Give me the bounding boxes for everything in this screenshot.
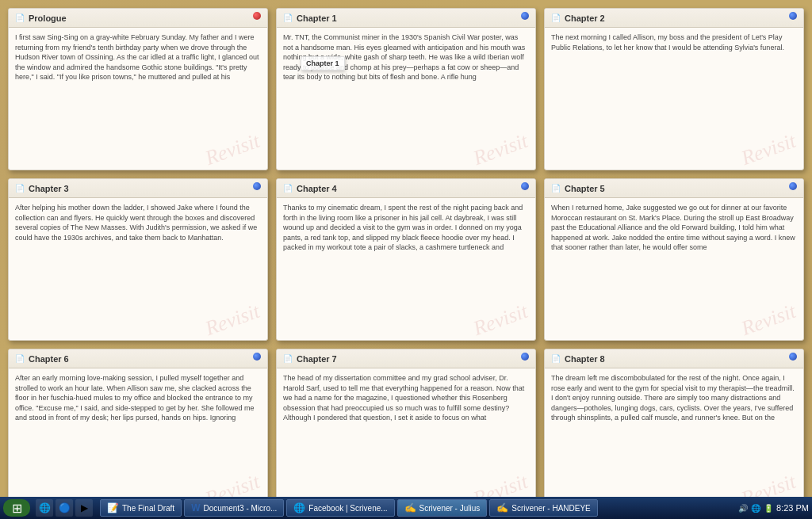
tray-icon-3: 🔋 [764, 504, 773, 513]
word-icon: W [191, 502, 200, 513]
card-title-chapter7: Chapter 7 [297, 354, 529, 364]
taskbar-word[interactable]: W Document3 - Micro... [184, 499, 284, 517]
tray-icon-1: 🔊 [738, 504, 748, 513]
card-body-chapter3: After helping his mother down the ladder… [9, 198, 267, 340]
card-doc-icon: 📄 [551, 13, 561, 22]
taskbar-scrivener-julius[interactable]: ✍ Scrivener - Julius [397, 499, 488, 517]
card-pin-prologue [253, 12, 261, 20]
card-header-chapter5: 📄 Chapter 5 [545, 179, 803, 198]
quicklaunch-chrome[interactable]: 🔵 [56, 499, 73, 517]
card-body-chapter6: After an early morning love-making sessi… [9, 368, 267, 510]
card-title-chapter4: Chapter 4 [297, 184, 529, 193]
corkboard: 📄 Prologue I first saw Sing-Sing on a gr… [0, 0, 812, 519]
card-chapter1[interactable]: 📄 Chapter 1 Mr. TNT, the Communist miner… [276, 8, 536, 170]
card-header-chapter1: 📄 Chapter 1 [277, 9, 535, 28]
taskbar-final-draft[interactable]: 📝 The Final Draft [100, 499, 182, 517]
card-overlap-chapter1: Chapter 1 [301, 56, 345, 71]
start-button[interactable]: ⊞ [3, 499, 30, 517]
card-title-chapter3: Chapter 3 [29, 184, 261, 193]
card-header-chapter7: 📄 Chapter 7 [277, 349, 535, 368]
card-doc-icon: 📄 [283, 13, 293, 22]
card-header-chapter8: 📄 Chapter 8 [545, 349, 803, 368]
card-doc-icon: 📄 [283, 184, 293, 193]
start-icon: ⊞ [12, 501, 22, 516]
browser-icon: 🌐 [293, 502, 305, 513]
card-doc-icon: 📄 [15, 184, 25, 193]
card-body-prologue: I first saw Sing-Sing on a gray-white Fe… [9, 28, 267, 170]
quicklaunch-ie[interactable]: 🌐 [36, 499, 53, 517]
card-title-chapter2: Chapter 2 [565, 13, 797, 23]
main-area: ▼ Julius October 2010 ▼ Part One 📄 Prolo… [0, 90, 812, 497]
card-header-chapter3: 📄 Chapter 3 [9, 179, 267, 198]
card-body-chapter8: The dream left me discombobulated for th… [545, 368, 803, 510]
final-draft-icon: 📝 [107, 502, 119, 513]
card-chapter3[interactable]: 📄 Chapter 3 After helping his mother dow… [8, 178, 268, 341]
card-header-chapter6: 📄 Chapter 6 [9, 349, 267, 368]
card-body-chapter2: The next morning I called Allison, my bo… [545, 28, 803, 170]
scrivener-icon: ✍ [404, 502, 416, 513]
card-pin-chapter1 [521, 12, 529, 20]
card-pin-chapter3 [253, 182, 261, 190]
card-doc-icon: 📄 [15, 13, 25, 22]
card-chapter7[interactable]: 📄 Chapter 7 The head of my dissertation … [276, 349, 536, 511]
taskbar-facebook[interactable]: 🌐 Facebook | Scrivene... [286, 499, 394, 517]
card-chapter6[interactable]: 📄 Chapter 6 After an early morning love-… [8, 349, 268, 511]
card-header-chapter2: 📄 Chapter 2 [545, 9, 803, 28]
card-chapter2[interactable]: 📄 Chapter 2 The next morning I called Al… [544, 8, 804, 170]
card-doc-icon: 📄 [551, 354, 561, 363]
card-pin-chapter2 [789, 12, 797, 20]
card-doc-icon: 📄 [551, 184, 561, 193]
card-pin-chapter7 [521, 353, 529, 361]
card-title-chapter1: Chapter 1 [297, 13, 529, 23]
card-body-chapter5: When I returned home, Jake suggested we … [545, 198, 803, 340]
card-title-chapter8: Chapter 8 [565, 354, 797, 364]
card-header-prologue: 📄 Prologue [9, 9, 267, 28]
card-chapter4[interactable]: 📄 Chapter 4 Thanks to my cinematic dream… [276, 178, 536, 341]
tray-time: 8:23 PM [776, 503, 809, 513]
card-body-chapter4: Thanks to my cinematic dream, I spent th… [277, 198, 535, 340]
card-pin-chapter8 [789, 353, 797, 361]
card-title-prologue: Prologue [29, 13, 261, 23]
tray-icon-2: 🌐 [751, 504, 760, 513]
card-chapter8[interactable]: 📄 Chapter 8 The dream left me discombobu… [544, 349, 804, 511]
card-header-chapter4: 📄 Chapter 4 [277, 179, 535, 198]
scrivener2-icon: ✍ [496, 502, 508, 513]
card-title-chapter5: Chapter 5 [565, 184, 797, 193]
card-pin-chapter5 [789, 182, 797, 190]
card-body-chapter1: Mr. TNT, the Communist miner in the 1930… [277, 28, 535, 170]
card-doc-icon: 📄 [15, 354, 25, 363]
card-pin-chapter4 [521, 182, 529, 190]
taskbar: ⊞ 🌐 🔵 ▶ 📝 The Final Draft W Document3 - … [0, 497, 812, 519]
system-tray: 🔊 🌐 🔋 8:23 PM [738, 503, 809, 513]
card-chapter5[interactable]: 📄 Chapter 5 When I returned home, Jake s… [544, 178, 804, 341]
taskbar-scrivener-handeye[interactable]: ✍ Scrivener - HANDEYE [489, 499, 597, 517]
card-pin-chapter6 [253, 353, 261, 361]
card-doc-icon: 📄 [283, 354, 293, 363]
card-title-chapter6: Chapter 6 [29, 354, 261, 364]
card-prologue[interactable]: 📄 Prologue I first saw Sing-Sing on a gr… [8, 8, 268, 170]
quicklaunch-media[interactable]: ▶ [75, 499, 93, 517]
card-body-chapter7: The head of my dissertation committee an… [277, 368, 535, 510]
